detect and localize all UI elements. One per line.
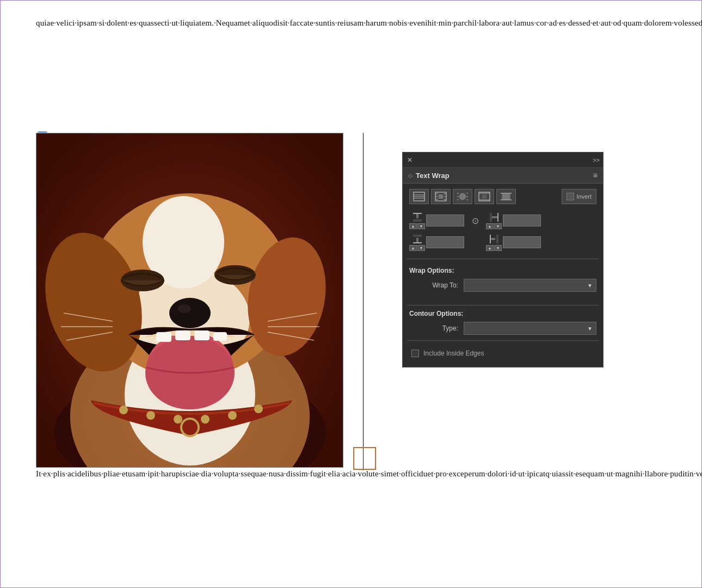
panel-titlebar-left: ✕ bbox=[406, 156, 414, 164]
top-offset-input[interactable] bbox=[426, 215, 464, 226]
wrap-mode-jump-button[interactable] bbox=[496, 189, 516, 204]
svg-rect-66 bbox=[416, 238, 418, 243]
svg-point-21 bbox=[146, 411, 155, 420]
type-row: Type: ▼ bbox=[407, 322, 599, 335]
left-offset-input[interactable] bbox=[503, 236, 541, 248]
divider-1 bbox=[407, 259, 599, 259]
top-offset-down-button[interactable]: ▼ bbox=[417, 223, 425, 229]
svg-point-13 bbox=[178, 304, 191, 313]
svg-rect-60 bbox=[416, 213, 418, 218]
include-inside-edges-checkbox[interactable] bbox=[411, 350, 419, 357]
selection-box[interactable] bbox=[353, 447, 376, 470]
svg-rect-17 bbox=[175, 330, 190, 340]
bottom-offset-input[interactable] bbox=[426, 236, 464, 248]
right-offset-down-button[interactable]: ▼ bbox=[494, 223, 502, 229]
top-paragraph: quiae·velici·ipsam·si·dolent·es·quassect… bbox=[36, 17, 612, 29]
bottom-offset-down-button[interactable]: ▼ bbox=[417, 245, 425, 251]
bottom-offset-icon bbox=[412, 234, 423, 244]
wrap-options-label: Wrap Options: bbox=[407, 267, 599, 274]
wrap-to-select[interactable]: ▼ bbox=[464, 279, 596, 292]
svg-rect-70 bbox=[496, 235, 498, 243]
left-offset-up-button[interactable]: ▲ bbox=[486, 245, 494, 251]
svg-point-45 bbox=[459, 193, 466, 200]
svg-point-23 bbox=[201, 415, 210, 424]
svg-point-12 bbox=[169, 298, 211, 328]
dog-image[interactable] bbox=[36, 133, 343, 468]
left-offset-down-button[interactable]: ▼ bbox=[494, 245, 502, 251]
offset-link-icon: ⊙ bbox=[467, 211, 483, 230]
column-rule bbox=[363, 133, 364, 470]
wrap-mode-bounding-button[interactable] bbox=[431, 189, 451, 204]
wrap-to-label: Wrap To: bbox=[409, 281, 458, 289]
panel-chevron-icon: ◇ bbox=[408, 173, 412, 179]
svg-rect-19 bbox=[213, 332, 227, 341]
wrap-to-arrow-icon: ▼ bbox=[587, 283, 593, 289]
wrap-to-row: Wrap To: ▼ bbox=[407, 279, 599, 292]
svg-rect-62 bbox=[497, 213, 498, 222]
include-inside-edges-row: Include Inside Edges bbox=[407, 345, 599, 362]
divider-3 bbox=[407, 340, 599, 341]
svg-rect-56 bbox=[502, 194, 510, 199]
svg-point-22 bbox=[174, 415, 182, 424]
text-block-bottom: It·ex·plis·acidelibus·pliae·etusam·ipit·… bbox=[36, 468, 612, 480]
wrap-mode-top-bottom-button[interactable] bbox=[475, 189, 494, 204]
type-arrow-icon: ▼ bbox=[587, 326, 593, 332]
wrap-options-section: Wrap Options: Wrap To: ▼ bbox=[407, 264, 599, 301]
bottom-paragraph: It·ex·plis·acidelibus·pliae·etusam·ipit·… bbox=[36, 468, 612, 480]
panel-menu-icon[interactable]: ≡ bbox=[593, 171, 598, 180]
svg-point-25 bbox=[254, 405, 263, 413]
contour-options-label: Contour Options: bbox=[407, 310, 599, 317]
svg-rect-18 bbox=[194, 330, 210, 340]
panel-header-left: ◇ Text Wrap bbox=[408, 171, 449, 180]
svg-rect-61 bbox=[413, 219, 422, 222]
invert-label: Invert bbox=[576, 193, 592, 200]
document-area: quiae·velici·ipsam·si·dolent·es·quassect… bbox=[0, 0, 702, 588]
panel-title: Text Wrap bbox=[416, 171, 449, 180]
svg-rect-38 bbox=[439, 194, 443, 199]
left-offset-icon bbox=[489, 234, 500, 244]
top-offset-icon bbox=[412, 212, 423, 223]
wrap-mode-object-button[interactable] bbox=[453, 189, 472, 204]
svg-point-24 bbox=[228, 411, 237, 420]
type-label: Type: bbox=[409, 324, 458, 332]
svg-point-20 bbox=[119, 406, 128, 414]
divider-2 bbox=[407, 305, 599, 305]
svg-rect-53 bbox=[482, 194, 487, 199]
contour-options-section: Contour Options: Type: ▼ bbox=[407, 310, 599, 335]
panel-collapse-button[interactable]: >> bbox=[593, 157, 600, 163]
text-block-top: quiae·velici·ipsam·si·dolent·es·quassect… bbox=[36, 17, 612, 29]
type-select[interactable]: ▼ bbox=[464, 322, 596, 335]
text-wrap-panel: ✕ >> ◇ Text Wrap ≡ bbox=[402, 152, 604, 367]
right-offset-up-button[interactable]: ▲ bbox=[486, 223, 494, 229]
svg-rect-16 bbox=[156, 332, 171, 342]
svg-rect-67 bbox=[413, 235, 422, 237]
panel-close-button[interactable]: ✕ bbox=[406, 156, 414, 164]
include-inside-edges-label: Include Inside Edges bbox=[423, 350, 484, 357]
bottom-offset-up-button[interactable]: ▲ bbox=[409, 245, 417, 251]
right-offset-icon bbox=[489, 212, 500, 223]
svg-rect-63 bbox=[492, 216, 497, 218]
panel-header: ◇ Text Wrap ≡ bbox=[403, 168, 603, 183]
dog-svg bbox=[36, 133, 343, 468]
invert-button[interactable]: Invert bbox=[562, 189, 596, 204]
wrap-modes-row: Invert bbox=[407, 189, 599, 204]
right-offset-input[interactable] bbox=[503, 215, 541, 226]
panel-titlebar: ✕ >> bbox=[403, 152, 603, 168]
svg-rect-64 bbox=[490, 213, 492, 222]
panel-body: Invert ▲ ▼ bbox=[403, 183, 603, 367]
wrap-mode-none-button[interactable] bbox=[409, 189, 429, 204]
invert-checkbox[interactable] bbox=[566, 193, 574, 200]
top-offset-up-button[interactable]: ▲ bbox=[409, 223, 417, 229]
svg-rect-69 bbox=[490, 238, 495, 240]
